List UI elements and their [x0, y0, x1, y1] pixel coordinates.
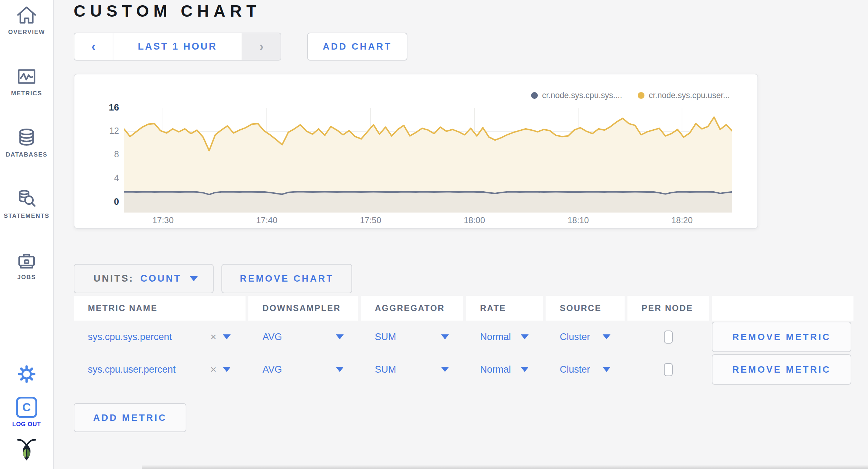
x-tick-label: 18:00	[455, 215, 494, 225]
time-prev-button[interactable]: ‹	[74, 33, 113, 60]
sidebar: OVERVIEW METRICS DATABASES	[0, 0, 54, 469]
sidebar-bottom: C LOG OUT	[12, 363, 41, 463]
units-value: COUNT	[140, 273, 181, 284]
time-range-button[interactable]: LAST 1 HOUR	[113, 33, 242, 60]
column-header-source: SOURCE	[546, 296, 625, 321]
sidebar-item-label: OVERVIEW	[8, 29, 45, 36]
chevron-down-icon[interactable]	[223, 367, 231, 372]
units-row: UNITS: COUNT REMOVE CHART	[74, 264, 352, 293]
jobs-icon	[16, 249, 38, 271]
downsampler-dropdown[interactable]: AVG	[263, 332, 282, 343]
units-dropdown[interactable]: UNITS: COUNT	[74, 264, 214, 293]
time-range-picker: ‹ LAST 1 HOUR ›	[74, 33, 281, 61]
legend-item-sys[interactable]: cr.node.sys.cpu.sys....	[531, 91, 622, 100]
column-header-aggregator: AGGREGATOR	[361, 296, 463, 321]
chevron-down-icon[interactable]	[336, 334, 344, 339]
source-dropdown[interactable]: Cluster	[560, 332, 590, 343]
sidebar-item-metrics[interactable]: METRICS	[11, 66, 42, 97]
units-label: UNITS:	[94, 273, 134, 284]
legend-dot-user-icon	[638, 92, 644, 99]
logout-label: LOG OUT	[12, 421, 41, 428]
chevron-down-icon[interactable]	[603, 334, 610, 339]
x-tick-label: 18:20	[663, 215, 701, 225]
database-icon	[16, 127, 38, 149]
line-chart-plot	[124, 108, 732, 213]
chevron-down-icon[interactable]	[336, 367, 344, 372]
add-metric-button[interactable]: ADD METRIC	[74, 403, 186, 432]
aggregator-dropdown[interactable]: SUM	[375, 332, 396, 343]
y-tick-label: 8	[89, 149, 119, 159]
main-content: CUSTOM CHART ‹ LAST 1 HOUR › ADD CHART c…	[0, 0, 868, 469]
metric-name-dropdown[interactable]: sys.cpu.user.percent	[88, 364, 210, 375]
table-header-row: METRIC NAME DOWNSAMPLER AGGREGATOR RATE …	[74, 296, 853, 321]
x-axis-labels: 17:3017:4017:5018:0018:1018:20	[124, 213, 732, 227]
sidebar-item-label: DATABASES	[6, 151, 47, 158]
column-header-metric-name: METRIC NAME	[74, 296, 246, 321]
sidebar-item-logout[interactable]: C LOG OUT	[12, 397, 41, 428]
y-tick-label: 0	[89, 196, 119, 207]
page-title: CUSTOM CHART	[74, 1, 261, 21]
remove-chart-button[interactable]: REMOVE CHART	[221, 264, 352, 293]
sidebar-item-label: JOBS	[17, 274, 36, 281]
downsampler-dropdown[interactable]: AVG	[263, 364, 282, 375]
legend-dot-sys-icon	[531, 92, 538, 99]
x-tick-label: 17:30	[143, 215, 182, 225]
per-node-checkbox[interactable]	[664, 363, 673, 376]
sidebar-item-label: METRICS	[11, 90, 42, 97]
per-node-checkbox[interactable]	[664, 330, 673, 344]
legend-item-user[interactable]: cr.node.sys.cpu.user...	[638, 91, 730, 100]
x-tick-label: 17:50	[351, 215, 390, 225]
column-header-actions	[712, 296, 853, 321]
cockroachdb-logo	[16, 437, 38, 463]
remove-metric-button[interactable]: REMOVE METRIC	[712, 322, 851, 352]
clear-metric-icon[interactable]: ×	[210, 332, 216, 342]
rate-dropdown[interactable]: Normal	[480, 364, 511, 375]
metrics-table: METRIC NAME DOWNSAMPLER AGGREGATOR RATE …	[74, 296, 853, 386]
chevron-down-icon	[190, 276, 198, 281]
column-header-downsampler: DOWNSAMPLER	[248, 296, 358, 321]
custom-chart-page: OVERVIEW METRICS DATABASES	[0, 0, 868, 469]
sidebar-item-overview[interactable]: OVERVIEW	[8, 4, 45, 36]
sidebar-item-jobs[interactable]: JOBS	[16, 249, 38, 281]
column-header-rate: RATE	[466, 296, 543, 321]
x-tick-label: 18:10	[559, 215, 598, 225]
chevron-down-icon[interactable]	[521, 367, 529, 372]
chevron-down-icon[interactable]	[603, 367, 610, 372]
aggregator-dropdown[interactable]: SUM	[375, 364, 396, 375]
sidebar-item-databases[interactable]: DATABASES	[6, 127, 47, 158]
table-row: sys.cpu.user.percent × AVG SUM Normal	[74, 353, 853, 386]
chevron-left-icon: ‹	[91, 40, 96, 53]
clear-metric-icon[interactable]: ×	[210, 364, 216, 375]
chart-card: cr.node.sys.cpu.sys.... cr.node.sys.cpu.…	[74, 74, 758, 229]
y-axis-labels: 0481216	[89, 74, 119, 228]
legend-label: cr.node.sys.cpu.sys....	[542, 91, 622, 100]
rate-dropdown[interactable]: Normal	[480, 332, 511, 343]
chart-legend: cr.node.sys.cpu.sys.... cr.node.sys.cpu.…	[531, 91, 730, 100]
column-header-per-node: PER NODE	[627, 296, 709, 321]
sidebar-item-statements[interactable]: STATEMENTS	[4, 188, 50, 220]
sidebar-item-label: STATEMENTS	[4, 213, 50, 220]
chevron-down-icon[interactable]	[441, 367, 449, 372]
add-chart-button[interactable]: ADD CHART	[307, 33, 407, 61]
chevron-down-icon[interactable]	[521, 334, 529, 339]
legend-label: cr.node.sys.cpu.user...	[649, 91, 730, 100]
metric-name-dropdown[interactable]: sys.cpu.sys.percent	[88, 332, 210, 343]
chevron-down-icon[interactable]	[441, 334, 449, 339]
x-tick-label: 17:40	[247, 215, 286, 225]
time-next-button[interactable]: ›	[242, 33, 281, 60]
metrics-icon	[16, 66, 38, 87]
statements-icon	[16, 188, 38, 210]
remove-metric-button[interactable]: REMOVE METRIC	[712, 354, 851, 385]
c-logo-icon: C	[16, 397, 37, 418]
bottom-shadow	[142, 465, 868, 469]
settings-gear-icon[interactable]	[16, 363, 37, 386]
toolbar: ‹ LAST 1 HOUR › ADD CHART	[74, 33, 407, 61]
source-dropdown[interactable]: Cluster	[560, 364, 590, 375]
chevron-right-icon: ›	[259, 40, 264, 53]
chevron-down-icon[interactable]	[223, 334, 231, 339]
table-row: sys.cpu.sys.percent × AVG SUM Normal	[74, 321, 853, 353]
home-icon	[16, 4, 38, 26]
y-tick-label: 16	[89, 102, 119, 113]
y-tick-label: 4	[89, 173, 119, 183]
y-tick-label: 12	[89, 126, 119, 136]
